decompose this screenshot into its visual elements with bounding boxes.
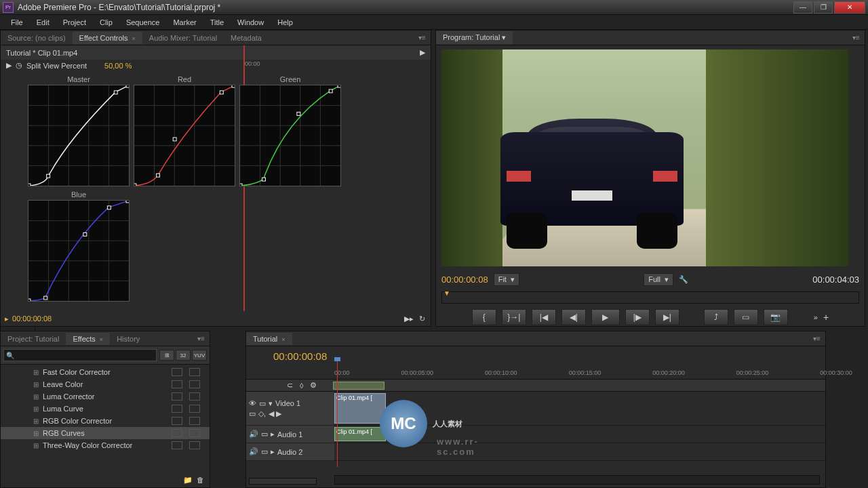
- menu-window[interactable]: Window: [231, 17, 271, 28]
- tab-program[interactable]: Program: Tutorial ▾: [436, 31, 513, 44]
- mark-out-button[interactable]: }→|: [502, 309, 526, 325]
- track-header-video1[interactable]: 👁▭▾Video 1 ▭◇,◀ ▶: [246, 392, 334, 426]
- playhead-icon[interactable]: ▼: [443, 289, 450, 297]
- curve-master[interactable]: [28, 85, 130, 186]
- tab-project[interactable]: Project: Tutorial: [1, 333, 66, 345]
- tab-history[interactable]: History: [110, 333, 146, 345]
- timeline-scrollbar[interactable]: [334, 475, 820, 485]
- menu-title[interactable]: Title: [203, 17, 231, 28]
- close-icon[interactable]: ×: [100, 336, 103, 343]
- panel-menu-icon[interactable]: ▾≡: [418, 34, 428, 42]
- curve-green[interactable]: [239, 85, 341, 186]
- zoom-fit-dropdown[interactable]: Fit▾: [494, 273, 519, 286]
- panel-menu-icon[interactable]: ▾≡: [813, 335, 823, 343]
- clip-path-label: Tutorial * Clip 01.mp4: [6, 49, 77, 57]
- resolution-dropdown[interactable]: Full▾: [644, 273, 673, 286]
- extract-button[interactable]: ▭: [734, 309, 758, 325]
- effect-item[interactable]: ⊞Luma Corrector: [1, 390, 210, 403]
- panel-menu-icon[interactable]: ▾≡: [197, 335, 207, 343]
- more-buttons-icon[interactable]: »: [814, 313, 818, 321]
- stopwatch-icon[interactable]: ◷: [16, 61, 22, 70]
- track-header-audio2[interactable]: 🔊▭▸Audio 2: [246, 443, 334, 461]
- menu-clip[interactable]: Clip: [93, 17, 119, 28]
- lock-icon[interactable]: ▭: [259, 399, 266, 408]
- step-forward-button[interactable]: |▶: [625, 309, 650, 325]
- effect-item[interactable]: ⊞Luma Curve: [1, 403, 210, 415]
- effect-item[interactable]: ⊞RGB Color Corrector: [1, 415, 210, 427]
- chevron-down-icon[interactable]: ▾: [502, 33, 506, 41]
- curve-red[interactable]: [134, 85, 235, 186]
- track-header-audio1[interactable]: 🔊▭▸Audio 1: [246, 426, 334, 443]
- close-icon[interactable]: ×: [132, 35, 136, 42]
- work-area-bar[interactable]: [333, 382, 384, 390]
- wrench-icon[interactable]: 🔧: [679, 275, 688, 284]
- sync-lock-icon[interactable]: ▭: [249, 409, 256, 418]
- speaker-icon[interactable]: 🔊: [249, 430, 258, 439]
- playhead-arrow-icon[interactable]: ▶: [420, 48, 425, 57]
- menu-project[interactable]: Project: [56, 17, 93, 28]
- menu-sequence[interactable]: Sequence: [119, 17, 167, 28]
- clip-audio1[interactable]: Clip 01.mp4 [: [334, 427, 386, 441]
- timeline-playhead[interactable]: [337, 361, 338, 467]
- zoom-slider[interactable]: [249, 478, 317, 485]
- curve-blue[interactable]: [28, 200, 130, 302]
- minimize-button[interactable]: —: [793, 1, 812, 14]
- loop-icon[interactable]: ↻: [419, 314, 425, 323]
- new-bin-icon[interactable]: 📁: [183, 476, 193, 485]
- lift-button[interactable]: ⤴: [704, 309, 728, 325]
- twirl-icon[interactable]: ▸: [271, 447, 275, 456]
- effect-item[interactable]: ⊞Three-Way Color Corrector: [1, 439, 210, 451]
- 32bit-badge[interactable]: 32: [176, 350, 191, 361]
- tab-effect-controls[interactable]: Effect Controls×: [73, 32, 142, 44]
- track-audio1[interactable]: Clip 01.mp4 [: [334, 426, 825, 443]
- close-icon[interactable]: ×: [281, 336, 285, 343]
- go-to-out-button[interactable]: ▶|: [655, 309, 679, 325]
- tab-effects[interactable]: Effects×: [66, 333, 110, 345]
- accelerated-badge[interactable]: ⊞: [159, 350, 174, 361]
- track-audio2[interactable]: [334, 443, 825, 461]
- go-to-in-button[interactable]: |◀: [532, 309, 556, 325]
- program-scrubber[interactable]: ▼: [441, 291, 859, 304]
- speaker-icon[interactable]: 🔊: [249, 447, 258, 456]
- property-value[interactable]: 50,00 %: [104, 62, 132, 70]
- track-video1[interactable]: Clip 01.mp4 [: [334, 392, 825, 426]
- mark-in-button[interactable]: {: [472, 309, 496, 325]
- snap-icon[interactable]: ⊂: [287, 381, 293, 390]
- close-button[interactable]: ✕: [834, 1, 865, 14]
- panel-menu-icon[interactable]: ▾≡: [852, 34, 862, 42]
- menu-file[interactable]: File: [4, 17, 30, 28]
- ruler-tick: 00:00:30:00: [820, 369, 852, 376]
- marker-icon[interactable]: ◊: [300, 382, 303, 390]
- settings-icon[interactable]: ⚙: [310, 381, 317, 390]
- timeline-timecode[interactable]: 00:00:00:08: [273, 350, 327, 362]
- play-only-icon[interactable]: ▶▸: [404, 314, 414, 323]
- twirl-icon[interactable]: ▸: [271, 430, 275, 439]
- yuv-badge[interactable]: YUV: [192, 350, 207, 361]
- effect-item[interactable]: ⊞Fast Color Corrector: [1, 366, 210, 378]
- menu-marker[interactable]: Marker: [166, 17, 203, 28]
- delete-icon[interactable]: 🗑: [197, 476, 204, 485]
- menu-help[interactable]: Help: [271, 17, 300, 28]
- effect-controls-timecode[interactable]: ▸ 00:00:00:08: [5, 314, 52, 323]
- tab-audio-mixer[interactable]: Audio Mixer: Tutorial: [142, 32, 224, 44]
- program-viewport[interactable]: [441, 49, 848, 266]
- effect-item[interactable]: ⊞Leave Color: [1, 378, 210, 390]
- twirl-icon[interactable]: ▶: [6, 61, 12, 70]
- play-button[interactable]: ▶: [591, 309, 620, 325]
- effect-item[interactable]: ⊞RGB Curves: [1, 427, 210, 439]
- export-frame-button[interactable]: 📷: [764, 309, 788, 325]
- step-back-button[interactable]: ◀|: [561, 309, 586, 325]
- menu-edit[interactable]: Edit: [30, 17, 56, 28]
- twirl-icon[interactable]: ▾: [269, 399, 273, 408]
- maximize-button[interactable]: ❐: [814, 1, 833, 14]
- tab-source[interactable]: Source: (no clips): [1, 32, 73, 44]
- program-timecode[interactable]: 00:00:00:08: [441, 274, 488, 285]
- svg-rect-37: [338, 85, 340, 87]
- eye-icon[interactable]: 👁: [249, 399, 256, 407]
- clip-video1[interactable]: Clip 01.mp4 [: [334, 393, 386, 424]
- tab-metadata[interactable]: Metadata: [224, 32, 269, 44]
- effects-search-input[interactable]: [3, 349, 157, 361]
- add-button-icon[interactable]: +: [823, 312, 829, 323]
- timeline-ruler[interactable]: 00:0000:00:05:0000:00:10:0000:00:15:0000…: [246, 366, 825, 380]
- tab-sequence[interactable]: Tutorial×: [246, 333, 292, 345]
